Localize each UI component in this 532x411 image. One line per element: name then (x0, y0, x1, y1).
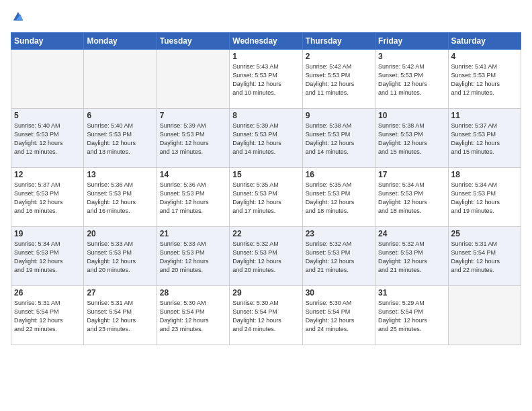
cell-day-number: 27 (87, 288, 153, 298)
cell-day-number: 20 (87, 229, 153, 238)
cell-day-number: 5 (14, 111, 81, 120)
cell-info: Sunrise: 5:41 AM Sunset: 5:53 PM Dayligh… (451, 62, 518, 97)
logo (11, 11, 24, 26)
cell-day-number: 22 (232, 229, 299, 238)
calendar-cell: 22Sunrise: 5:32 AM Sunset: 5:53 PM Dayli… (230, 227, 302, 286)
page-container: SundayMondayTuesdayWednesdayThursdayFrid… (0, 0, 532, 352)
calendar-cell: 16Sunrise: 5:35 AM Sunset: 5:53 PM Dayli… (302, 168, 375, 227)
cell-info: Sunrise: 5:34 AM Sunset: 5:53 PM Dayligh… (14, 240, 81, 275)
cell-info: Sunrise: 5:31 AM Sunset: 5:54 PM Dayligh… (14, 299, 81, 334)
cell-day-number: 16 (306, 170, 372, 179)
calendar-cell: 6Sunrise: 5:40 AM Sunset: 5:53 PM Daylig… (84, 109, 157, 168)
calendar-week-row: 12Sunrise: 5:37 AM Sunset: 5:53 PM Dayli… (11, 168, 521, 227)
cell-day-number: 19 (14, 229, 81, 238)
cell-info: Sunrise: 5:37 AM Sunset: 5:53 PM Dayligh… (14, 181, 81, 216)
cell-day-number: 1 (232, 52, 299, 61)
day-header-sunday: Sunday (11, 33, 84, 50)
cell-info: Sunrise: 5:42 AM Sunset: 5:53 PM Dayligh… (378, 62, 445, 97)
calendar-week-row: 19Sunrise: 5:34 AM Sunset: 5:53 PM Dayli… (11, 227, 521, 286)
cell-info: Sunrise: 5:38 AM Sunset: 5:53 PM Dayligh… (306, 122, 372, 156)
calendar-cell: 29Sunrise: 5:30 AM Sunset: 5:54 PM Dayli… (230, 286, 302, 345)
cell-day-number: 30 (306, 288, 372, 298)
calendar-cell: 26Sunrise: 5:31 AM Sunset: 5:54 PM Dayli… (11, 286, 84, 345)
cell-day-number: 10 (378, 111, 445, 120)
logo-icon (12, 11, 24, 23)
calendar-cell: 20Sunrise: 5:33 AM Sunset: 5:53 PM Dayli… (84, 227, 157, 286)
cell-day-number: 31 (378, 288, 445, 298)
day-header-wednesday: Wednesday (230, 33, 302, 50)
calendar-table: SundayMondayTuesdayWednesdayThursdayFrid… (11, 32, 521, 345)
cell-info: Sunrise: 5:43 AM Sunset: 5:53 PM Dayligh… (232, 62, 299, 97)
cell-info: Sunrise: 5:39 AM Sunset: 5:53 PM Dayligh… (160, 122, 226, 156)
cell-info: Sunrise: 5:31 AM Sunset: 5:54 PM Dayligh… (451, 240, 518, 275)
cell-day-number: 9 (306, 111, 372, 120)
calendar-cell: 3Sunrise: 5:42 AM Sunset: 5:53 PM Daylig… (375, 50, 448, 109)
cell-day-number: 8 (232, 111, 299, 120)
cell-info: Sunrise: 5:42 AM Sunset: 5:53 PM Dayligh… (306, 62, 372, 97)
calendar-cell: 18Sunrise: 5:34 AM Sunset: 5:53 PM Dayli… (448, 168, 521, 227)
calendar-cell: 12Sunrise: 5:37 AM Sunset: 5:53 PM Dayli… (11, 168, 84, 227)
cell-day-number: 6 (87, 111, 153, 120)
calendar-cell (11, 50, 84, 109)
calendar-cell: 17Sunrise: 5:34 AM Sunset: 5:53 PM Dayli… (375, 168, 448, 227)
calendar-cell: 13Sunrise: 5:36 AM Sunset: 5:53 PM Dayli… (84, 168, 157, 227)
cell-day-number: 26 (14, 288, 81, 298)
cell-info: Sunrise: 5:32 AM Sunset: 5:53 PM Dayligh… (232, 240, 299, 275)
calendar-cell: 11Sunrise: 5:37 AM Sunset: 5:53 PM Dayli… (448, 109, 521, 168)
cell-day-number: 25 (451, 229, 518, 238)
cell-info: Sunrise: 5:34 AM Sunset: 5:53 PM Dayligh… (451, 181, 518, 216)
calendar-cell: 15Sunrise: 5:35 AM Sunset: 5:53 PM Dayli… (230, 168, 302, 227)
calendar-cell: 30Sunrise: 5:30 AM Sunset: 5:54 PM Dayli… (302, 286, 375, 345)
calendar-cell: 5Sunrise: 5:40 AM Sunset: 5:53 PM Daylig… (11, 109, 84, 168)
cell-day-number: 4 (451, 52, 518, 61)
cell-day-number: 29 (232, 288, 299, 298)
calendar-cell (84, 50, 157, 109)
calendar-cell: 27Sunrise: 5:31 AM Sunset: 5:54 PM Dayli… (84, 286, 157, 345)
cell-day-number: 13 (87, 170, 153, 179)
calendar-cell (157, 50, 229, 109)
day-header-tuesday: Tuesday (157, 33, 229, 50)
calendar-cell: 14Sunrise: 5:36 AM Sunset: 5:53 PM Dayli… (157, 168, 229, 227)
cell-day-number: 15 (232, 170, 299, 179)
cell-info: Sunrise: 5:36 AM Sunset: 5:53 PM Dayligh… (160, 181, 226, 216)
cell-day-number: 21 (160, 229, 226, 238)
cell-day-number: 28 (160, 288, 226, 298)
calendar-cell: 7Sunrise: 5:39 AM Sunset: 5:53 PM Daylig… (157, 109, 229, 168)
calendar-cell: 21Sunrise: 5:33 AM Sunset: 5:53 PM Dayli… (157, 227, 229, 286)
cell-day-number: 17 (378, 170, 445, 179)
cell-info: Sunrise: 5:34 AM Sunset: 5:53 PM Dayligh… (378, 181, 445, 216)
calendar-cell: 19Sunrise: 5:34 AM Sunset: 5:53 PM Dayli… (11, 227, 84, 286)
cell-info: Sunrise: 5:32 AM Sunset: 5:53 PM Dayligh… (378, 240, 445, 275)
day-header-thursday: Thursday (302, 33, 375, 50)
cell-info: Sunrise: 5:29 AM Sunset: 5:54 PM Dayligh… (378, 299, 445, 334)
cell-info: Sunrise: 5:35 AM Sunset: 5:53 PM Dayligh… (306, 181, 372, 216)
cell-day-number: 18 (451, 170, 518, 179)
cell-day-number: 14 (160, 170, 226, 179)
calendar-week-row: 26Sunrise: 5:31 AM Sunset: 5:54 PM Dayli… (11, 286, 521, 345)
cell-info: Sunrise: 5:37 AM Sunset: 5:53 PM Dayligh… (451, 122, 518, 156)
cell-info: Sunrise: 5:38 AM Sunset: 5:53 PM Dayligh… (378, 122, 445, 156)
day-header-friday: Friday (375, 33, 448, 50)
calendar-cell: 23Sunrise: 5:32 AM Sunset: 5:53 PM Dayli… (302, 227, 375, 286)
calendar-cell: 31Sunrise: 5:29 AM Sunset: 5:54 PM Dayli… (375, 286, 448, 345)
cell-info: Sunrise: 5:39 AM Sunset: 5:53 PM Dayligh… (232, 122, 299, 156)
cell-day-number: 2 (306, 52, 372, 61)
calendar-cell: 1Sunrise: 5:43 AM Sunset: 5:53 PM Daylig… (230, 50, 302, 109)
cell-info: Sunrise: 5:31 AM Sunset: 5:54 PM Dayligh… (87, 299, 153, 334)
calendar-cell: 9Sunrise: 5:38 AM Sunset: 5:53 PM Daylig… (302, 109, 375, 168)
calendar-cell: 28Sunrise: 5:30 AM Sunset: 5:54 PM Dayli… (157, 286, 229, 345)
calendar-header-row: SundayMondayTuesdayWednesdayThursdayFrid… (11, 33, 521, 50)
calendar-cell (448, 286, 521, 345)
cell-day-number: 12 (14, 170, 81, 179)
cell-info: Sunrise: 5:30 AM Sunset: 5:54 PM Dayligh… (160, 299, 226, 334)
cell-info: Sunrise: 5:30 AM Sunset: 5:54 PM Dayligh… (306, 299, 372, 334)
cell-info: Sunrise: 5:40 AM Sunset: 5:53 PM Dayligh… (87, 122, 153, 156)
day-header-monday: Monday (84, 33, 157, 50)
cell-info: Sunrise: 5:30 AM Sunset: 5:54 PM Dayligh… (232, 299, 299, 334)
cell-day-number: 3 (378, 52, 445, 61)
calendar-cell: 8Sunrise: 5:39 AM Sunset: 5:53 PM Daylig… (230, 109, 302, 168)
page-header (11, 11, 521, 26)
calendar-cell: 10Sunrise: 5:38 AM Sunset: 5:53 PM Dayli… (375, 109, 448, 168)
cell-day-number: 23 (306, 229, 372, 238)
cell-info: Sunrise: 5:35 AM Sunset: 5:53 PM Dayligh… (232, 181, 299, 216)
